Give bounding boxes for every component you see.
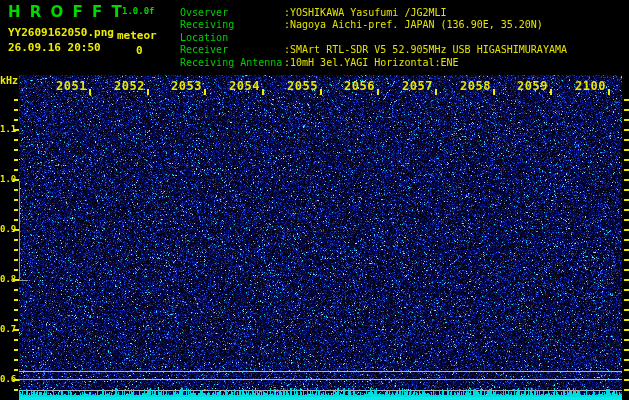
right-minor-tick xyxy=(624,349,629,351)
freq-tick-label: 0.7 xyxy=(0,324,13,334)
hrofft-window: H R O F F T 1.0.0f YY2609162050.png mete… xyxy=(0,0,629,400)
time-tick-label: 2055 xyxy=(287,79,318,93)
freq-tick-label: 1.0 xyxy=(0,174,13,184)
freq-minor-tick xyxy=(14,269,18,271)
info-value: :YOSHIKAWA Yasufumi /JG2MLI xyxy=(284,7,447,19)
right-minor-tick xyxy=(624,209,629,211)
right-minor-tick xyxy=(624,149,629,151)
time-tick xyxy=(89,89,91,95)
freq-tick-label: 0.9 xyxy=(0,224,13,234)
freq-minor-tick xyxy=(14,239,18,241)
info-label: Receiving Location xyxy=(180,19,284,44)
right-minor-tick xyxy=(624,359,629,361)
right-minor-tick xyxy=(624,289,629,291)
freq-minor-tick xyxy=(14,209,18,211)
info-label: Receiver xyxy=(180,44,284,56)
right-minor-tick xyxy=(624,389,629,391)
event-count: 0 xyxy=(136,44,143,57)
right-minor-tick xyxy=(624,299,629,301)
right-minor-tick xyxy=(624,269,629,271)
time-tick-label: 2056 xyxy=(344,79,375,93)
freq-minor-tick xyxy=(14,199,18,201)
freq-tick-label: 0.8 xyxy=(0,274,13,284)
freq-minor-tick xyxy=(14,119,18,121)
freq-minor-tick xyxy=(14,159,18,161)
right-minor-tick xyxy=(624,179,629,181)
freq-minor-tick xyxy=(14,189,18,191)
freq-major-tick xyxy=(13,229,19,231)
freq-tick-label: 0.6 xyxy=(0,374,13,384)
right-minor-tick xyxy=(624,279,629,281)
right-minor-tick xyxy=(624,139,629,141)
freq-minor-tick xyxy=(14,299,18,301)
time-tick-label: 2058 xyxy=(460,79,491,93)
time-tick-label: 2100 xyxy=(575,79,606,93)
freq-minor-tick xyxy=(14,249,18,251)
freq-minor-tick xyxy=(14,359,18,361)
time-tick xyxy=(550,89,552,95)
freq-minor-tick xyxy=(14,389,18,391)
freq-major-tick xyxy=(13,379,19,381)
freq-major-tick xyxy=(13,179,19,181)
time-tick xyxy=(147,89,149,95)
info-value: :SMArt RTL-SDR V5 52.905MHz USB HIGASHIM… xyxy=(284,44,567,56)
right-minor-tick xyxy=(624,369,629,371)
freq-minor-tick xyxy=(14,309,18,311)
info-label: Receiving Antenna xyxy=(180,57,284,69)
time-tick xyxy=(320,89,322,95)
right-minor-tick xyxy=(624,129,629,131)
freq-tick-label: 1.1 xyxy=(0,124,13,134)
freq-minor-tick xyxy=(14,99,18,101)
time-tick-label: 2054 xyxy=(229,79,260,93)
right-minor-tick xyxy=(624,329,629,331)
freq-major-tick xyxy=(13,279,19,281)
info-row: Receiving Location :Nagoya Aichi-pref. J… xyxy=(180,19,567,44)
freq-minor-tick xyxy=(14,349,18,351)
right-minor-tick xyxy=(624,169,629,171)
frequency-unit-label: kHz xyxy=(0,75,18,86)
info-value: :10mH 3el.YAGI Horizontal:ENE xyxy=(284,57,459,69)
freq-minor-tick xyxy=(14,369,18,371)
right-minor-tick xyxy=(624,309,629,311)
station-info: Ovserver :YOSHIKAWA Yasufumi /JG2MLI Rec… xyxy=(180,7,567,69)
version-label: 1.0.0f xyxy=(122,6,155,16)
right-minor-tick xyxy=(624,249,629,251)
right-minor-tick xyxy=(624,199,629,201)
right-minor-tick xyxy=(624,239,629,241)
info-label: Ovserver xyxy=(180,7,284,19)
freq-minor-tick xyxy=(14,109,18,111)
freq-minor-tick xyxy=(14,219,18,221)
info-row: Ovserver :YOSHIKAWA Yasufumi /JG2MLI xyxy=(180,7,567,19)
info-row: Receiver :SMArt RTL-SDR V5 52.905MHz USB… xyxy=(180,44,567,56)
right-minor-tick xyxy=(624,379,629,381)
time-tick-label: 2053 xyxy=(171,79,202,93)
time-tick-label: 2052 xyxy=(114,79,145,93)
freq-major-tick xyxy=(13,329,19,331)
right-minor-tick xyxy=(624,339,629,341)
right-minor-tick xyxy=(624,189,629,191)
mode-label: meteor xyxy=(117,29,157,42)
filename-label: YY2609162050.png xyxy=(8,26,114,39)
freq-minor-tick xyxy=(14,169,18,171)
right-minor-tick xyxy=(624,119,629,121)
time-tick xyxy=(377,89,379,95)
time-tick-label: 2059 xyxy=(517,79,548,93)
freq-minor-tick xyxy=(14,139,18,141)
right-minor-tick xyxy=(624,109,629,111)
freq-minor-tick xyxy=(14,289,18,291)
right-minor-tick xyxy=(624,229,629,231)
app-title: H R O F F T xyxy=(8,3,124,21)
freq-minor-tick xyxy=(14,339,18,341)
time-tick xyxy=(204,89,206,95)
freq-minor-tick xyxy=(14,149,18,151)
time-tick xyxy=(262,89,264,95)
freq-major-tick xyxy=(13,129,19,131)
right-minor-tick xyxy=(624,99,629,101)
time-tick-label: 2057 xyxy=(402,79,433,93)
time-tick xyxy=(493,89,495,95)
right-minor-tick xyxy=(624,219,629,221)
datetime-label: 26.09.16 20:50 xyxy=(8,41,101,54)
right-minor-tick xyxy=(624,319,629,321)
right-minor-tick xyxy=(624,259,629,261)
freq-minor-tick xyxy=(14,259,18,261)
